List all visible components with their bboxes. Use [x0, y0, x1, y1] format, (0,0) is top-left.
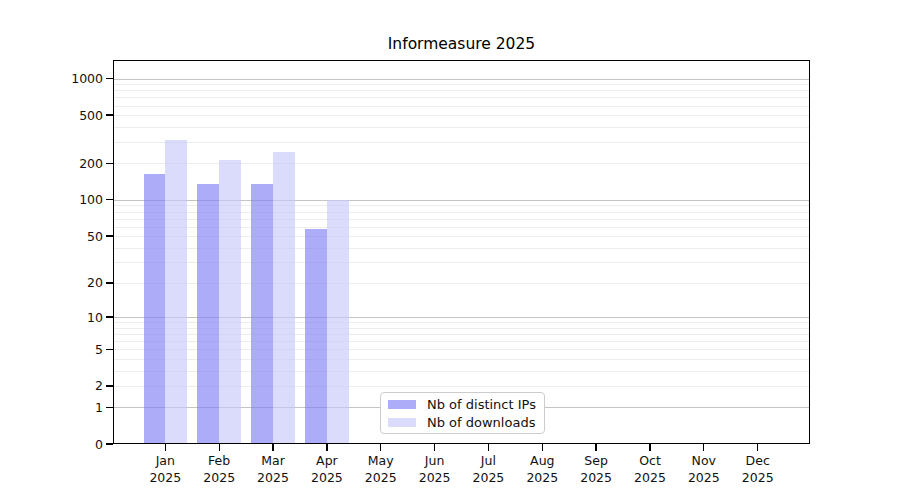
- y-tick-label-200: 200: [25, 155, 103, 172]
- y-tick-label-0: 0: [25, 436, 103, 453]
- y-tick-label-100: 100: [25, 191, 103, 208]
- y-tick-label-5: 5: [25, 341, 103, 358]
- x-tickmark-sep: [595, 444, 596, 451]
- y-tickmark-500: [106, 114, 113, 115]
- y-tickmark-100: [106, 199, 113, 200]
- x-tickmark-may: [380, 444, 381, 451]
- y-tickmark-200: [106, 163, 113, 164]
- y-tickmark-1000: [106, 78, 113, 79]
- legend-item-distinct-ips: Nb of distinct IPs: [388, 398, 544, 411]
- y-tick-label-50: 50: [25, 228, 103, 245]
- x-tickmark-jan: [165, 444, 166, 451]
- y-tick-label-1: 1: [25, 399, 103, 416]
- y-tick-label-20: 20: [25, 274, 103, 291]
- x-tick-label-dec: Dec 2025: [726, 452, 790, 486]
- legend: Nb of distinct IPs Nb of downloads: [380, 392, 545, 434]
- x-tickmark-dec: [757, 444, 758, 451]
- x-tickmark-apr: [326, 444, 327, 451]
- y-tickmark-20: [106, 282, 113, 283]
- figure: Informeasure 2025 0125102050100200500100…: [0, 0, 900, 500]
- plot-border: [113, 60, 810, 444]
- x-tickmark-nov: [703, 444, 704, 451]
- y-tickmark-1: [106, 407, 113, 408]
- y-tick-label-2: 2: [25, 377, 103, 394]
- x-tickmark-oct: [649, 444, 650, 451]
- legend-label-downloads: Nb of downloads: [427, 416, 535, 429]
- x-tickmark-feb: [219, 444, 220, 451]
- y-tick-label-10: 10: [25, 309, 103, 326]
- legend-swatch-downloads: [388, 418, 416, 427]
- y-tickmark-0: [106, 443, 113, 444]
- x-tickmark-jun: [434, 444, 435, 451]
- y-tick-label-1000: 1000: [25, 70, 103, 87]
- x-tickmark-mar: [272, 444, 273, 451]
- legend-swatch-distinct-ips: [388, 400, 416, 409]
- y-tickmark-50: [106, 235, 113, 236]
- legend-label-distinct-ips: Nb of distinct IPs: [427, 398, 536, 411]
- y-tick-label-500: 500: [25, 107, 103, 124]
- y-tickmark-2: [106, 385, 113, 386]
- x-tickmark-jul: [488, 444, 489, 451]
- legend-item-downloads: Nb of downloads: [388, 416, 544, 429]
- y-tickmark-5: [106, 349, 113, 350]
- x-tickmark-aug: [542, 444, 543, 451]
- y-tickmark-10: [106, 316, 113, 317]
